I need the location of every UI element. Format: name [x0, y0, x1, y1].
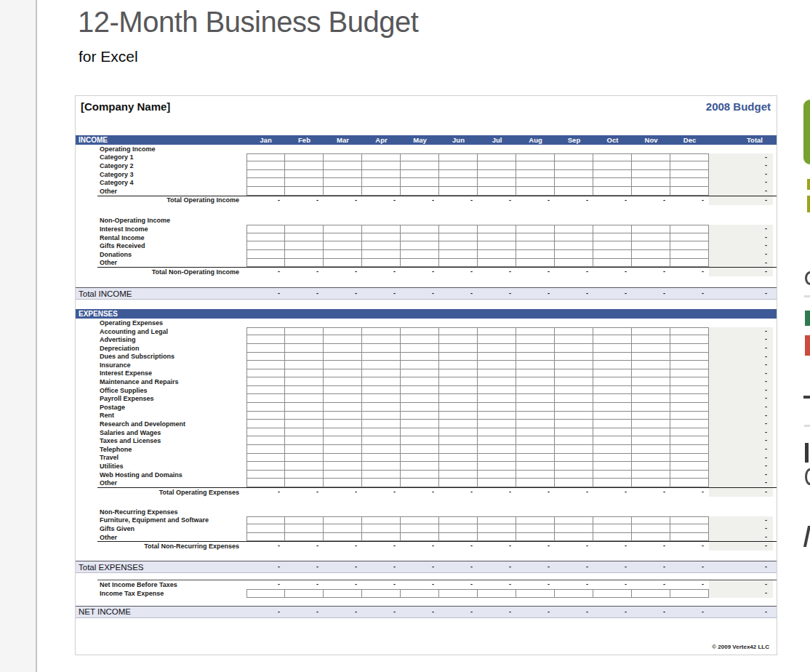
cutoff-link-text-1[interactable]: [807, 179, 810, 190]
budget-line-label: Postage: [76, 404, 246, 411]
month-column-header: [555, 309, 593, 319]
input-cell: [478, 233, 516, 242]
input-cell: [439, 462, 478, 471]
budget-line-label: Gifts Received: [76, 242, 246, 249]
budget-template-preview[interactable]: [Company Name] 2008 Budget INCOMEJanFebM…: [75, 95, 777, 655]
month-column-header: Sep: [555, 135, 593, 145]
input-cell: [285, 479, 324, 487]
row-spacer: [76, 276, 777, 287]
summary-value: -: [324, 288, 362, 299]
row-total-value: -: [709, 377, 773, 386]
input-cell: [439, 170, 478, 179]
input-cell: [246, 412, 285, 420]
budget-line-label: Research and Development: [76, 420, 246, 428]
input-cell: [555, 369, 593, 378]
input-cell: [478, 170, 516, 179]
input-cell: [246, 225, 285, 233]
subtotal-value: -: [555, 580, 593, 589]
input-cell: [285, 412, 324, 420]
budget-line-label: Utilities: [76, 463, 246, 470]
subtotal-value: -: [478, 580, 516, 589]
input-cell: [362, 420, 401, 428]
input-cell: [555, 524, 593, 533]
month-column-header: [362, 309, 401, 319]
input-cell: [670, 471, 709, 479]
subtotal-value: -: [324, 487, 362, 497]
input-cell: [593, 259, 632, 268]
input-cell: [401, 436, 439, 445]
subtotal-label: Total Operating Expenses: [76, 489, 246, 496]
input-cell: [593, 241, 632, 250]
input-cell: [478, 428, 516, 437]
subtotal-value: -: [555, 541, 593, 551]
subtotal-value: -: [246, 196, 285, 205]
input-cell: [555, 445, 593, 454]
input-cell: [555, 225, 593, 233]
input-cell: [324, 445, 362, 454]
budget-line-label: Category 1: [76, 153, 246, 161]
input-cell: [246, 259, 285, 268]
input-cell: [593, 445, 632, 454]
input-cell: [401, 471, 439, 479]
input-cell: [555, 335, 593, 344]
summary-row: Total INCOME-------------: [76, 287, 777, 300]
input-cell: [555, 479, 593, 487]
summary-total-value: -: [709, 561, 773, 572]
input-cell: [401, 327, 439, 336]
input-cell: [362, 403, 401, 412]
budget-line-label: Category 2: [76, 162, 246, 169]
cutoff-divider-2: [804, 425, 810, 427]
input-cell: [478, 377, 516, 386]
summary-value: -: [632, 607, 670, 617]
cutoff-text-glyph-2: [805, 443, 809, 463]
input-cell: [555, 589, 593, 598]
row-total-value: -: [709, 335, 773, 344]
budget-line-label: Furniture, Equipment and Software: [76, 516, 246, 524]
cutoff-download-button[interactable]: [803, 100, 810, 164]
input-cell: [401, 170, 439, 179]
input-cell: [516, 233, 555, 242]
input-cell: [632, 178, 670, 187]
summary-value: -: [632, 288, 670, 299]
input-cell: [632, 335, 670, 344]
input-cell: [478, 394, 516, 403]
input-cell: [632, 454, 670, 463]
input-cell: [285, 170, 324, 179]
input-cell: [593, 428, 632, 437]
summary-value: -: [478, 561, 516, 572]
budget-line-row: Maintenance and Repairs-: [76, 377, 777, 386]
budget-line-label: Other: [76, 534, 246, 541]
input-cell: [401, 386, 439, 395]
subtotal-label: Net Income Before Taxes: [76, 581, 246, 588]
section-header-bar: INCOMEJanFebMarAprMayJunJulAugSepOctNovD…: [76, 135, 777, 145]
row-total-value: -: [709, 153, 773, 162]
month-column-header: [324, 309, 362, 319]
cutoff-green-chip: [805, 311, 810, 326]
input-cell: [478, 589, 516, 598]
summary-value: -: [246, 607, 285, 617]
subtotal-value: -: [362, 580, 401, 589]
input-cell: [401, 187, 439, 196]
input-cell: [478, 187, 516, 196]
input-cell: [439, 377, 478, 386]
input-cell: [246, 479, 285, 487]
row-spacer: [76, 205, 777, 217]
input-cell: [670, 335, 709, 344]
input-cell: [593, 153, 632, 162]
input-cell: [401, 420, 439, 428]
input-cell: [401, 462, 439, 471]
input-cell: [362, 479, 401, 487]
month-column-header: [670, 309, 709, 319]
input-cell: [285, 361, 324, 369]
month-column-header: [246, 309, 285, 319]
input-cell: [362, 516, 401, 525]
input-cell: [516, 412, 555, 420]
input-cell: [632, 259, 670, 268]
page-subtitle: for Excel: [79, 48, 138, 65]
subtotal-value: -: [324, 580, 362, 589]
input-cell: [478, 335, 516, 344]
input-cell: [670, 533, 709, 542]
input-cell: [593, 187, 632, 196]
cutoff-link-text-2[interactable]: [807, 196, 810, 212]
input-cell: [362, 259, 401, 268]
